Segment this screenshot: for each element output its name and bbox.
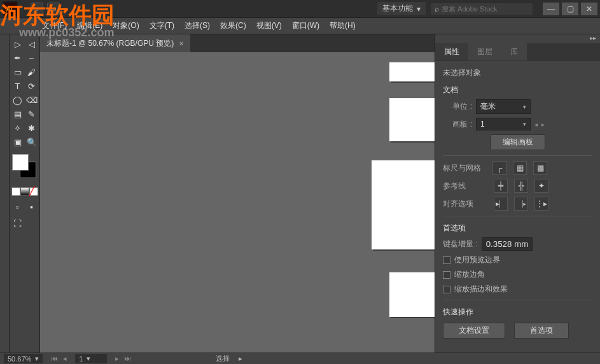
- tab-properties[interactable]: 属性: [435, 43, 468, 60]
- document-tabs: 未标题-1 @ 50.67% (RGB/GPU 预览) ✕: [40, 34, 435, 52]
- blend-tool-icon[interactable]: ✧: [11, 121, 25, 135]
- draw-mode-normal-icon[interactable]: ▫: [11, 200, 25, 214]
- status-chevron-icon[interactable]: ▸: [239, 354, 242, 363]
- fill-stroke-swatch[interactable]: [12, 154, 38, 179]
- menu-view[interactable]: 视图(V): [251, 20, 287, 31]
- doc-setup-button[interactable]: 文档设置: [443, 323, 505, 339]
- artboard[interactable]: [389, 62, 435, 81]
- artboard[interactable]: [372, 160, 435, 249]
- svg-text:Ai: Ai: [6, 6, 12, 13]
- arrange-icon[interactable]: ▭: [47, 3, 60, 15]
- align-selection-icon[interactable]: ⋮▸: [534, 197, 548, 211]
- guides-visibility-icon[interactable]: ╪: [494, 179, 508, 193]
- canvas[interactable]: [40, 52, 435, 353]
- selection-tool-icon[interactable]: ▷: [11, 37, 25, 51]
- home-icon[interactable]: ⌂: [31, 3, 43, 15]
- menu-effect[interactable]: 效果(C): [215, 20, 251, 31]
- guides-lock-icon[interactable]: ╬: [514, 179, 528, 193]
- checkbox-scale-corners[interactable]: [443, 271, 450, 279]
- screen-mode-icon[interactable]: ⛶: [11, 216, 25, 230]
- pen-tool-icon[interactable]: ✒: [11, 51, 25, 65]
- eyedropper-tool-icon[interactable]: ✎: [25, 107, 39, 121]
- section-prefs: 首选项: [443, 223, 592, 234]
- section-quick: 快速操作: [443, 307, 592, 318]
- search-input[interactable]: [442, 5, 524, 13]
- first-artboard-icon[interactable]: ⏮: [49, 354, 60, 363]
- unit-label: 单位 :: [443, 101, 472, 112]
- eraser-tool-icon[interactable]: ⌫: [25, 93, 39, 107]
- panel-collapse-icon[interactable]: ▸▸: [435, 34, 600, 43]
- menu-object[interactable]: 对象(O): [108, 20, 144, 31]
- rotate-tool-icon[interactable]: ⟳: [25, 79, 39, 93]
- grid-icon[interactable]: ▦: [513, 161, 527, 175]
- color-chip-gradient[interactable]: [20, 187, 29, 196]
- align-artboard-icon[interactable]: ⎹▸: [514, 197, 528, 211]
- unit-dropdown[interactable]: 毫米▾: [476, 99, 531, 114]
- shaper-tool-icon[interactable]: ◯: [11, 93, 25, 107]
- search-icon: ⌕: [435, 4, 439, 13]
- minimize-button[interactable]: —: [543, 3, 559, 15]
- selection-status: 未选择对象: [443, 67, 592, 78]
- cb-scale-strokes-label: 缩放描边和效果: [454, 284, 508, 295]
- color-chip-solid[interactable]: [11, 187, 20, 196]
- artboard-label: 画板 :: [443, 119, 472, 130]
- symbol-tool-icon[interactable]: ✱: [25, 121, 39, 135]
- rectangle-tool-icon[interactable]: ▭: [11, 65, 25, 79]
- menu-text[interactable]: 文字(T): [144, 20, 179, 31]
- last-artboard-icon[interactable]: ⏭: [122, 354, 133, 363]
- gradient-tool-icon[interactable]: ▤: [11, 107, 25, 121]
- checkbox-scale-strokes[interactable]: [443, 286, 450, 293]
- title-tool-group: ⌂ ▭: [31, 3, 60, 15]
- prev-artboard-icon[interactable]: ◂: [61, 354, 69, 363]
- tab-libraries[interactable]: 库: [501, 43, 527, 60]
- chevron-down-icon: ▾: [523, 121, 526, 127]
- document-area: 未标题-1 @ 50.67% (RGB/GPU 预览) ✕: [40, 34, 435, 353]
- next-artboard-icon[interactable]: ▸: [541, 121, 545, 128]
- artboard[interactable]: [389, 272, 435, 317]
- paintbrush-tool-icon[interactable]: 🖌: [25, 65, 39, 79]
- menu-select[interactable]: 选择(S): [179, 20, 215, 31]
- menu-file[interactable]: 文件(F): [37, 20, 72, 31]
- prev-artboard-icon[interactable]: ◂: [534, 121, 538, 128]
- left-panel-edge[interactable]: [0, 34, 10, 353]
- workspace-switcher[interactable]: 基本功能 ▾: [377, 2, 426, 15]
- menu-edit[interactable]: 编辑(E): [72, 20, 108, 31]
- workspace-label: 基本功能: [382, 3, 413, 14]
- maximize-button[interactable]: ▢: [562, 3, 578, 15]
- document-tab[interactable]: 未标题-1 @ 50.67% (RGB/GPU 预览) ✕: [40, 34, 190, 52]
- direct-select-tool-icon[interactable]: ◁: [25, 37, 39, 51]
- checkbox-preview-bounds[interactable]: [443, 256, 450, 264]
- close-button[interactable]: ✕: [581, 3, 597, 15]
- artboard-index-dropdown[interactable]: 1▾: [75, 354, 107, 363]
- app-icon[interactable]: Ai: [3, 1, 18, 17]
- kb-increment-label: 键盘增量 :: [443, 239, 478, 249]
- tool-status: 选择: [216, 354, 230, 363]
- transparency-grid-icon[interactable]: ▩: [533, 161, 547, 175]
- stock-search[interactable]: ⌕: [431, 3, 533, 15]
- kb-increment-input[interactable]: [482, 237, 533, 251]
- preferences-button[interactable]: 首选项: [514, 323, 569, 339]
- align-key-object-icon[interactable]: ▸⎸: [494, 197, 508, 211]
- smart-guides-icon[interactable]: ✦: [534, 179, 548, 193]
- close-tab-icon[interactable]: ✕: [179, 40, 184, 47]
- color-chip-none[interactable]: ╱: [29, 187, 38, 196]
- tab-layers[interactable]: 图层: [468, 43, 501, 60]
- ruler-icon[interactable]: ┌: [492, 161, 506, 175]
- zoom-tool-icon[interactable]: 🔍: [25, 135, 39, 149]
- menu-window[interactable]: 窗口(W): [287, 20, 324, 31]
- artboard-dropdown[interactable]: 1▾: [476, 118, 531, 130]
- draw-mode-behind-icon[interactable]: ▪: [25, 200, 39, 214]
- type-tool-icon[interactable]: T: [11, 79, 25, 93]
- next-artboard-icon[interactable]: ▸: [113, 354, 121, 363]
- artboard-nav: ⏮ ◂: [49, 354, 69, 363]
- edit-artboard-button[interactable]: 编辑画板: [491, 134, 545, 150]
- curvature-tool-icon[interactable]: ~: [25, 51, 39, 65]
- zoom-dropdown[interactable]: 50.67%▾: [4, 354, 43, 363]
- menu-help[interactable]: 帮助(H): [324, 20, 361, 31]
- cb-scale-corners-label: 缩放边角: [454, 269, 485, 280]
- document-tab-title: 未标题-1 @ 50.67% (RGB/GPU 预览): [46, 38, 174, 49]
- artboard-tool-icon[interactable]: ▣: [11, 135, 25, 149]
- section-guides: 参考线: [443, 181, 466, 192]
- fill-swatch[interactable]: [12, 154, 29, 171]
- artboard[interactable]: [389, 98, 435, 141]
